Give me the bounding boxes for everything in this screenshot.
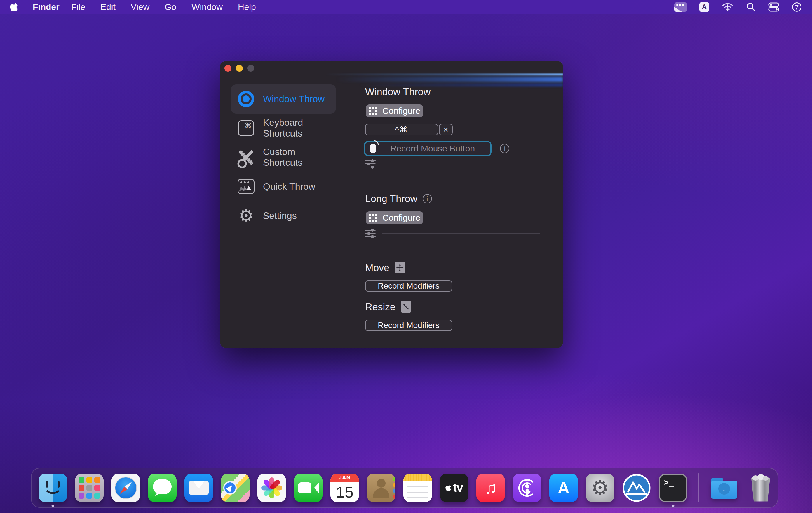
target-circle-icon [237, 90, 255, 108]
record-mouse-button-field[interactable] [364, 141, 492, 156]
menu-item-view[interactable]: View [131, 2, 149, 12]
input-source-icon[interactable]: A [699, 2, 709, 12]
search-icon[interactable] [746, 2, 756, 12]
clear-shortcut-button[interactable]: × [439, 124, 453, 135]
dock-podcasts-icon[interactable] [513, 474, 542, 502]
grid-icon [369, 107, 377, 115]
dock-safari-icon[interactable] [112, 474, 140, 502]
dock-trash-icon[interactable] [746, 474, 775, 502]
menu-item-edit[interactable]: Edit [100, 2, 116, 12]
keyboard-shortcut-field[interactable]: ^⌘ [365, 124, 438, 135]
sidebar-item-label: Custom Shortcuts [263, 147, 336, 168]
menu-item-help[interactable]: Help [238, 2, 256, 12]
ruler-wrench-icon [237, 149, 255, 166]
wifi-alert-icon[interactable] [722, 2, 734, 12]
dock-mail-icon[interactable] [184, 474, 213, 502]
dock-separator [698, 473, 699, 503]
sidebar-item-custom-shortcuts[interactable]: Custom Shortcuts [231, 143, 336, 172]
dock-tv-icon[interactable]: tv [440, 474, 468, 502]
app-window: Window Throw Keyboard Shortcuts Custom S… [220, 61, 563, 348]
record-mouse-input[interactable] [376, 144, 498, 153]
sidebar-item-label: Quick Throw [263, 181, 315, 192]
menu-app-name[interactable]: Finder [33, 2, 60, 12]
zoom-button-disabled [247, 65, 254, 72]
calendar-day: 15 [330, 482, 359, 502]
advanced-options-icon[interactable] [365, 159, 376, 169]
dock-music-icon[interactable]: ♫ [476, 474, 505, 502]
window-throw-title: Window Throw [365, 86, 431, 97]
menu-bar: Finder File Edit View Go Window Help A [0, 0, 812, 14]
sidebar-item-settings[interactable]: ⚙ Settings [231, 201, 336, 230]
divider [382, 164, 540, 164]
dock-mosaic-icon[interactable] [622, 474, 651, 502]
info-icon[interactable]: i [423, 194, 432, 203]
move-icon [395, 262, 405, 273]
main-content: Window Throw Configure ^⌘ × i Long Throw… [365, 61, 563, 348]
keyboard-window-icon[interactable] [674, 2, 687, 12]
advanced-options-icon[interactable] [365, 229, 376, 238]
dock-calendar-icon[interactable]: JAN 15 [330, 474, 359, 502]
dock-contacts-icon[interactable] [367, 474, 396, 502]
sidebar-item-quick-throw[interactable]: Quick Throw [231, 172, 336, 201]
apple-menu-icon[interactable] [10, 1, 20, 13]
minimize-button[interactable] [236, 65, 243, 72]
dock-messages-icon[interactable] [148, 474, 177, 502]
cursors-window-icon [237, 178, 255, 195]
dock-finder-icon[interactable] [38, 474, 67, 502]
command-key-icon [237, 119, 255, 137]
resize-title: Resize [365, 301, 411, 312]
dock-notes-icon[interactable] [403, 474, 432, 502]
calendar-month: JAN [330, 474, 359, 482]
dock-terminal-icon[interactable]: >_ [659, 474, 687, 502]
sidebar-item-window-throw[interactable]: Window Throw [231, 84, 336, 114]
sidebar-item-label: Settings [263, 210, 297, 221]
dock-app-store-icon[interactable]: A [549, 474, 578, 502]
control-center-icon[interactable] [768, 2, 779, 12]
dock: JAN 15 tv ♫ A ⚙ [31, 468, 778, 508]
long-throw-configure-button[interactable]: Configure [366, 211, 423, 224]
close-button[interactable] [225, 65, 231, 72]
gear-icon: ⚙ [237, 207, 255, 224]
dock-system-preferences-icon[interactable]: ⚙ [586, 474, 614, 502]
menu-item-file[interactable]: File [71, 2, 85, 12]
move-record-modifiers-button[interactable]: Record Modifiers [365, 280, 452, 292]
sidebar: Window Throw Keyboard Shortcuts Custom S… [231, 84, 336, 230]
resize-record-modifiers-button[interactable]: Record Modifiers [365, 320, 452, 331]
long-throw-title: Long Throw i [365, 193, 432, 204]
desktop: { "menu_bar": { "app_name": "Finder", "i… [0, 0, 812, 513]
window-controls [225, 65, 254, 72]
menu-item-go[interactable]: Go [165, 2, 176, 12]
dock-photos-icon[interactable] [257, 474, 286, 502]
dock-facetime-icon[interactable] [294, 474, 322, 502]
dock-downloads-icon[interactable]: ↓ [710, 474, 738, 502]
move-title: Move [365, 262, 405, 273]
shortcut-value: ^⌘ [395, 125, 408, 134]
menu-item-window[interactable]: Window [192, 2, 223, 12]
clock-icon[interactable] [791, 2, 802, 12]
dock-maps-icon[interactable] [221, 474, 250, 502]
sidebar-item-keyboard-shortcuts[interactable]: Keyboard Shortcuts [231, 114, 336, 143]
dock-launchpad-icon[interactable] [75, 474, 104, 502]
window-throw-configure-button[interactable]: Configure [366, 104, 423, 117]
info-icon[interactable]: i [500, 144, 509, 153]
grid-icon [369, 214, 377, 222]
mouse-icon [370, 144, 376, 153]
sidebar-item-label: Window Throw [263, 94, 325, 104]
divider [382, 233, 540, 234]
resize-icon [401, 301, 411, 312]
close-icon: × [443, 125, 448, 134]
sidebar-item-label: Keyboard Shortcuts [263, 117, 336, 139]
